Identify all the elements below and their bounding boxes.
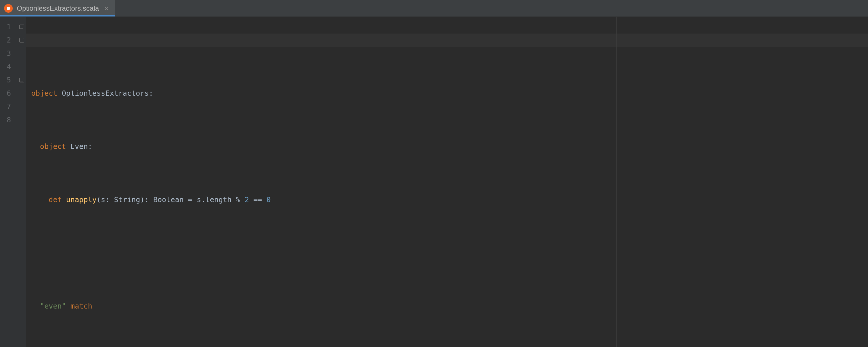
fold-end-icon (20, 52, 24, 55)
code-line (26, 246, 868, 260)
file-tab[interactable]: OptionlessExtractors.scala × (0, 0, 115, 17)
line-number: 1 (0, 20, 18, 34)
code-line: object Even: (26, 140, 868, 153)
fold-toggle-icon[interactable] (20, 38, 24, 42)
line-number-gutter: 1 2 3 4 5 6 7 8 (0, 17, 18, 347)
editor[interactable]: 1 2 3 4 5 6 7 8 object OptionlessExtract… (0, 17, 868, 347)
scala-file-icon (4, 4, 13, 13)
line-number: 7 (0, 100, 18, 113)
tab-bar: OptionlessExtractors.scala × (0, 0, 868, 17)
close-icon[interactable]: × (103, 5, 110, 12)
line-number: 8 (0, 113, 18, 127)
fold-toggle-icon[interactable] (20, 25, 24, 29)
tab-filename: OptionlessExtractors.scala (17, 4, 99, 12)
code-line: def unapply(s: String): Boolean = s.leng… (26, 193, 868, 207)
line-number: 5 (0, 73, 18, 87)
fold-end-icon (20, 105, 24, 108)
fold-toggle-icon[interactable] (20, 78, 24, 83)
fold-gutter (18, 17, 26, 347)
code-line: "even" match (26, 299, 868, 313)
code-line: object OptionlessExtractors: (26, 87, 868, 100)
line-number: 6 (0, 87, 18, 100)
line-number: 4 (0, 60, 18, 73)
line-number: 2 (0, 34, 18, 47)
current-line-highlight (26, 34, 868, 47)
code-area[interactable]: object OptionlessExtractors: object Even… (26, 17, 868, 347)
line-number: 3 (0, 47, 18, 60)
right-margin-guide (616, 17, 617, 347)
